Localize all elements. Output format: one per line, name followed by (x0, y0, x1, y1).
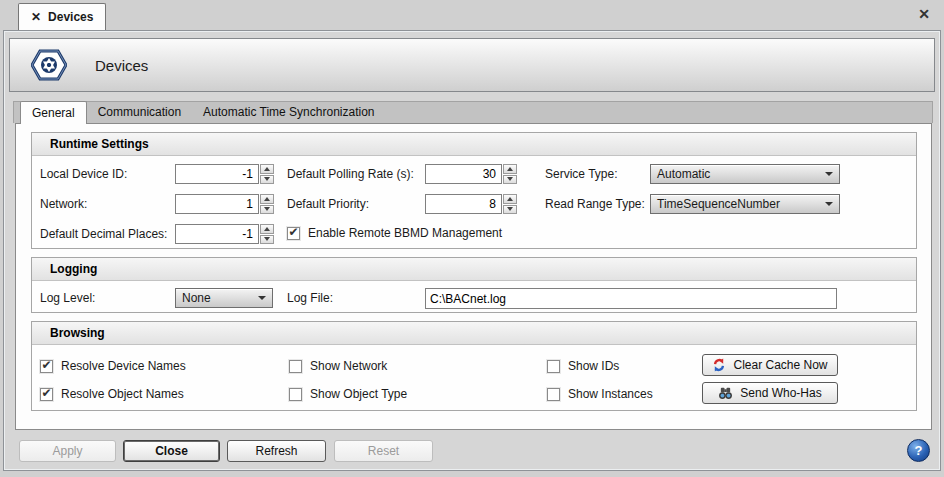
show-object-type-row: Show Object Type (289, 387, 407, 401)
resolve-object-names-label: Resolve Object Names (61, 387, 184, 401)
runtime-settings-group: Runtime Settings Local Device ID: Networ… (31, 132, 917, 249)
read-range-type-label: Read Range Type: (545, 194, 645, 214)
spin-up-button[interactable] (260, 164, 274, 174)
show-network-label: Show Network (310, 359, 387, 373)
show-instances-row: Show Instances (547, 387, 653, 401)
default-priority-input[interactable] (425, 194, 502, 214)
resolve-device-names-label: Resolve Device Names (61, 359, 186, 373)
network-label: Network: (40, 194, 87, 214)
show-network-row: Show Network (289, 359, 387, 373)
question-mark-icon: ? (915, 443, 923, 458)
devices-document-tab[interactable]: ✕ Devices (18, 3, 106, 30)
clear-cache-now-button[interactable]: Clear Cache Now (702, 354, 838, 376)
spin-down-button[interactable] (260, 205, 274, 215)
runtime-settings-header: Runtime Settings (32, 133, 916, 156)
local-device-id-input[interactable] (175, 164, 259, 184)
apply-button[interactable]: Apply (19, 440, 116, 462)
service-type-label: Service Type: (545, 164, 617, 184)
spin-up-button[interactable] (260, 224, 274, 234)
default-decimal-places-input[interactable] (175, 224, 259, 244)
send-who-has-button[interactable]: Send Who-Has (702, 382, 838, 404)
log-file-input[interactable] (425, 288, 837, 309)
browsing-group: Browsing ✔ Resolve Device Names ✔ Resolv… (31, 321, 917, 411)
resolve-object-names-checkbox[interactable]: ✔ (40, 388, 53, 401)
resolve-device-names-checkbox[interactable]: ✔ (40, 360, 53, 373)
show-ids-row: Show IDs (547, 359, 619, 373)
spin-up-button[interactable] (503, 164, 517, 174)
tab-automatic-time-synchronization[interactable]: Automatic Time Synchronization (192, 101, 385, 123)
enable-bbmd-checkbox[interactable]: ✔ (287, 227, 300, 240)
enable-bbmd-row: ✔ Enable Remote BBMD Management (287, 226, 502, 240)
reset-button[interactable]: Reset (334, 440, 433, 462)
show-object-type-label: Show Object Type (310, 387, 407, 401)
refresh-cache-icon (712, 358, 726, 372)
refresh-button[interactable]: Refresh (227, 440, 326, 462)
show-object-type-checkbox[interactable] (289, 388, 302, 401)
close-button[interactable]: Close (123, 440, 220, 462)
default-polling-rate-spinner (425, 164, 517, 184)
spin-down-button[interactable] (503, 175, 517, 185)
network-input[interactable] (175, 194, 259, 214)
help-button[interactable]: ? (907, 439, 930, 462)
spin-down-button[interactable] (260, 235, 274, 245)
chevron-down-icon (825, 202, 833, 206)
logging-header: Logging (32, 258, 916, 281)
read-range-type-value: TimeSequenceNumber (657, 197, 780, 211)
tab-communication[interactable]: Communication (87, 101, 192, 123)
service-type-select[interactable]: Automatic (650, 164, 840, 184)
show-ids-label: Show IDs (568, 359, 619, 373)
page-title: Devices (95, 57, 148, 74)
local-device-id-spinner (175, 164, 274, 184)
spin-up-button[interactable] (503, 194, 517, 204)
default-decimal-places-label: Default Decimal Places: (40, 224, 167, 244)
resolve-object-names-row: ✔ Resolve Object Names (40, 387, 184, 401)
show-instances-checkbox[interactable] (547, 388, 560, 401)
network-spinner (175, 194, 274, 214)
devices-settings-screen: ✕ Devices ✕ (0, 0, 944, 477)
devices-panel: Devices General Communication Automatic … (3, 30, 941, 471)
browsing-header: Browsing (32, 322, 916, 345)
chevron-down-icon (258, 296, 266, 300)
devices-hexagon-icon (31, 49, 67, 81)
document-tabbar: ✕ Devices ✕ (0, 0, 944, 30)
binoculars-icon (718, 386, 733, 400)
chevron-down-icon (825, 172, 833, 176)
logging-group: Logging Log Level: None Log File: (31, 257, 917, 313)
show-ids-checkbox[interactable] (547, 360, 560, 373)
default-priority-spinner (425, 194, 517, 214)
log-file-label: Log File: (287, 288, 333, 308)
tab-general[interactable]: General (20, 101, 87, 124)
default-polling-rate-input[interactable] (425, 164, 502, 184)
default-polling-rate-label: Default Polling Rate (s): (287, 164, 414, 184)
window-close-icon[interactable]: ✕ (918, 6, 930, 22)
show-instances-label: Show Instances (568, 387, 653, 401)
show-network-checkbox[interactable] (289, 360, 302, 373)
service-type-value: Automatic (657, 167, 710, 181)
local-device-id-label: Local Device ID: (40, 164, 127, 184)
spin-down-button[interactable] (503, 205, 517, 215)
tab-title: Devices (48, 10, 93, 24)
panel-header: Devices (9, 38, 935, 92)
log-level-select[interactable]: None (175, 288, 273, 308)
default-priority-label: Default Priority: (287, 194, 369, 214)
log-level-label: Log Level: (40, 288, 95, 308)
default-decimal-places-spinner (175, 224, 274, 244)
log-level-value: None (182, 291, 211, 305)
settings-tabstrip: General Communication Automatic Time Syn… (13, 101, 933, 123)
enable-bbmd-label: Enable Remote BBMD Management (308, 226, 502, 240)
resolve-device-names-row: ✔ Resolve Device Names (40, 359, 186, 373)
read-range-type-select[interactable]: TimeSequenceNumber (650, 194, 840, 214)
spin-down-button[interactable] (260, 175, 274, 185)
spin-up-button[interactable] (260, 194, 274, 204)
tab-close-icon[interactable]: ✕ (31, 10, 41, 24)
